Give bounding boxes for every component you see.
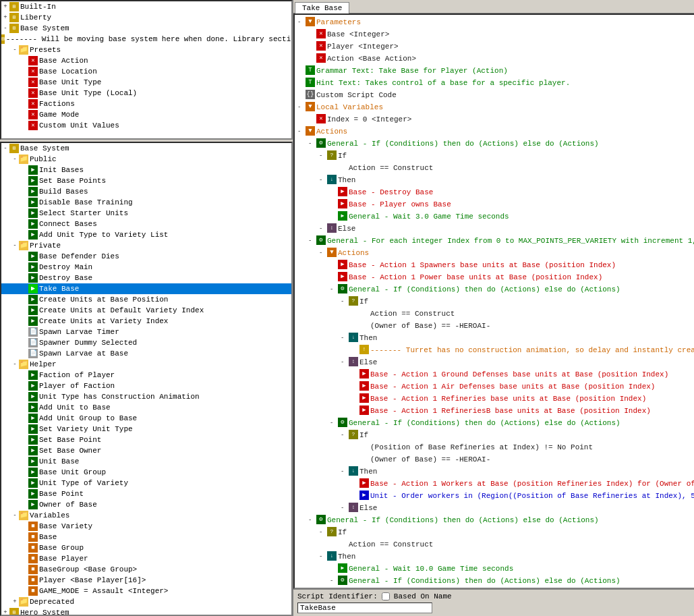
right-tree-item-10[interactable]: -⚙General - If (Conditions) then do (Act… [296, 138, 694, 150]
left-bottom-tree-item-build_bases[interactable]: ▶Build Bases [1, 186, 291, 197]
left-top-tree[interactable]: +⊞Built-In+⊞Liberty-⊞Base System⊞-------… [0, 0, 293, 140]
right-tree-item-11[interactable]: -?If [296, 150, 694, 162]
left-bottom-tree-item-set_base_points[interactable]: ▶Set Base Points [1, 175, 291, 186]
right-tree-item-24[interactable]: Action == Construct [296, 308, 694, 320]
left-bottom-tree[interactable]: -⊞Base System-📁Public▶Init Bases▶Set Bas… [0, 142, 293, 616]
left-bottom-tree-item-base_group[interactable]: ■Base Group [1, 542, 291, 553]
left-top-tree-item-will_be_moving[interactable]: ⊞------- Will be moving base system here… [1, 34, 291, 45]
right-tree-item-42[interactable]: -?If [296, 526, 694, 538]
left-bottom-tree-item-add_unit_to_base[interactable]: ▶Add Unit to Base [1, 402, 291, 413]
tree-expander[interactable]: - [341, 466, 349, 477]
tree-expander[interactable]: - [1, 25, 9, 32]
left-bottom-tree-item-player_faction[interactable]: ▶Player of Faction [1, 381, 291, 391]
tree-expander[interactable]: - [297, 102, 306, 113]
right-tree-item-32[interactable]: ▶Base - Action 1 RefineriesB base units … [296, 405, 694, 417]
right-tree-item-34[interactable]: -?If [296, 429, 694, 441]
left-bottom-tree-item-unit_type_construction[interactable]: ▶Unit Type has Construction Animation [1, 391, 291, 402]
left-bottom-tree-item-player_base_player16[interactable]: ■Player <Base Player[16]> [1, 575, 291, 586]
tree-expander[interactable]: - [319, 551, 327, 562]
left-bottom-tree-item-set_base_owner[interactable]: ▶Set Base Owner [1, 445, 291, 456]
tree-expander[interactable]: - [341, 333, 349, 343]
left-bottom-tree-item-disable_base_training[interactable]: ▶Disable Base Training [1, 197, 291, 208]
tree-expander[interactable]: - [341, 503, 349, 513]
tree-expander[interactable]: - [319, 150, 327, 161]
left-top-tree-item-custom_unit_values[interactable]: ✕Custom Unit Values [1, 120, 291, 131]
left-bottom-tree-item-take_base[interactable]: ▶Take Base [1, 283, 291, 294]
right-tree-item-29[interactable]: ▶Base - Action 1 Ground Defenses base un… [296, 368, 694, 381]
left-top-tree-item-base_unit_type[interactable]: ✕Base Unit Type [1, 77, 291, 88]
left-top-tree-item-base_system[interactable]: -⊞Base System [1, 23, 291, 34]
left-bottom-tree-item-base_unit_group[interactable]: ▶Base Unit Group [1, 467, 291, 478]
left-bottom-tree-item-destroy_base[interactable]: ▶Destroy Base [1, 273, 291, 283]
left-top-tree-item-presets[interactable]: -📁Presets [1, 45, 291, 55]
tree-expander[interactable]: - [341, 430, 349, 441]
tree-expander[interactable]: - [319, 248, 327, 258]
tree-expander[interactable]: - [1, 145, 9, 152]
tree-expander[interactable]: + [11, 598, 19, 605]
right-tree-item-18[interactable]: -⚙General - For each integer Index from … [296, 235, 694, 247]
right-tree-item-13[interactable]: -↓Then [296, 174, 694, 186]
left-top-tree-item-base_action[interactable]: ✕Base Action [1, 55, 291, 66]
tree-expander[interactable]: - [330, 576, 338, 586]
right-content[interactable]: -▼Parameters✕Base <Integer>✕Player <Inte… [293, 13, 694, 589]
right-tree-item-45[interactable]: ▶General - Wait 10.0 Game Time seconds [296, 563, 694, 575]
based-on-name-checkbox[interactable] [382, 592, 390, 600]
left-bottom-tree-item-base_defender_dies[interactable]: ▶Base Defender Dies [1, 251, 291, 262]
left-bottom-tree-item-base_variety[interactable]: ■Base Variety [1, 521, 291, 532]
left-bottom-tree-item-hero_system[interactable]: +⊞Hero System [1, 607, 291, 616]
left-bottom-tree-item-create_units_variety[interactable]: ▶Create Units at Variety Index [1, 316, 291, 327]
right-tree-item-22[interactable]: -⚙General - If (Conditions) then do (Act… [296, 283, 694, 296]
tree-expander[interactable]: - [319, 175, 327, 186]
right-tree-item-27[interactable]: !------- Turret has no construction anim… [296, 344, 694, 356]
right-tree-item-19[interactable]: -▼Actions [296, 247, 694, 259]
right-tree-item-36[interactable]: (Owner of Base) == -HEROAI- [296, 453, 694, 466]
tree-expander[interactable]: + [1, 14, 9, 21]
right-tree-item-33[interactable]: -⚙General - If (Conditions) then do (Act… [296, 417, 694, 429]
tree-expander[interactable]: - [11, 512, 19, 519]
left-bottom-tree-item-init_bases[interactable]: ▶Init Bases [1, 165, 291, 175]
right-tree-item-3[interactable]: ✕Action <Base Action> [296, 53, 694, 65]
right-tree-item-20[interactable]: ▶Base - Action 1 Spawners base units at … [296, 259, 694, 271]
left-top-tree-item-factions[interactable]: ✕Factions [1, 99, 291, 109]
left-bottom-tree-item-unit_base[interactable]: ▶Unit Base [1, 456, 291, 467]
right-tree-item-41[interactable]: -⚙General - If (Conditions) then do (Act… [296, 514, 694, 526]
right-tree-item-30[interactable]: ▶Base - Action 1 Air Defenses base units… [296, 381, 694, 393]
left-bottom-tree-item-basegroup_bg[interactable]: ■BaseGroup <Base Group> [1, 564, 291, 575]
right-tree-item-12[interactable]: Action == Construct [296, 162, 694, 174]
tree-expander[interactable]: - [11, 242, 19, 249]
right-tree-item-5[interactable]: THint Text: Takes control of a base for … [296, 77, 694, 89]
left-bottom-tree-item-public[interactable]: -📁Public [1, 154, 291, 165]
left-top-tree-item-builtin[interactable]: +⊞Built-In [1, 1, 291, 12]
right-tree-item-35[interactable]: (Position of Base Refineries at Index) !… [296, 441, 694, 453]
tree-expander[interactable]: - [11, 47, 19, 53]
left-bottom-tree-item-base_player[interactable]: ■Base Player [1, 553, 291, 564]
left-bottom-tree-item-create_units_at_base_pos[interactable]: ▶Create Units at Base Position [1, 294, 291, 305]
tree-expander[interactable]: - [330, 284, 338, 295]
left-top-tree-item-game_mode[interactable]: ✕Game Mode [1, 109, 291, 120]
left-bottom-tree-item-spawn_larvae_base[interactable]: 📄Spawn Larvae at Base [1, 348, 291, 359]
left-bottom-tree-item-helper[interactable]: -📁Helper [1, 359, 291, 370]
tree-expander[interactable]: - [297, 17, 306, 28]
left-bottom-tree-item-spawn_larvae_timer[interactable]: 📄Spawn Larvae Timer [1, 327, 291, 337]
right-tree-item-2[interactable]: ✕Player <Integer> [296, 40, 694, 53]
left-bottom-tree-item-variables[interactable]: -📁Variables [1, 510, 291, 521]
right-tree-item-7[interactable]: -▼Local Variables [296, 101, 694, 113]
left-bottom-tree-item-base_system2[interactable]: -⊞Base System [1, 143, 291, 154]
left-bottom-tree-item-set_variety_unit_type[interactable]: ▶Set Variety Unit Type [1, 424, 291, 435]
left-bottom-tree-item-add_unit_type_variety[interactable]: ▶Add Unit Type to Variety List [1, 229, 291, 240]
left-bottom-tree-item-connect_bases[interactable]: ▶Connect Bases [1, 219, 291, 229]
tree-expander[interactable]: - [341, 357, 349, 368]
tree-expander[interactable]: + [1, 3, 9, 10]
right-tree-item-9[interactable]: -▼Actions [296, 125, 694, 138]
right-tree-item-14[interactable]: ▶Base - Destroy Base [296, 186, 694, 198]
script-name-input[interactable] [297, 603, 432, 613]
left-bottom-tree-item-unit_type_variety[interactable]: ▶Unit Type of Variety [1, 478, 291, 488]
left-bottom-tree-item-create_units_default[interactable]: ▶Create Units at Default Variety Index [1, 305, 291, 316]
right-tree-item-37[interactable]: -↓Then [296, 466, 694, 478]
right-tree-item-15[interactable]: ▶Base - Player owns Base [296, 198, 694, 211]
left-bottom-tree-item-base_point[interactable]: ▶Base Point [1, 488, 291, 499]
left-bottom-tree-item-destroy_main[interactable]: ▶Destroy Main [1, 262, 291, 273]
tree-expander[interactable]: - [330, 418, 338, 428]
left-bottom-tree-item-select_starter_units[interactable]: ▶Select Starter Units [1, 208, 291, 219]
take-base-tab[interactable]: Take Base [295, 2, 349, 13]
